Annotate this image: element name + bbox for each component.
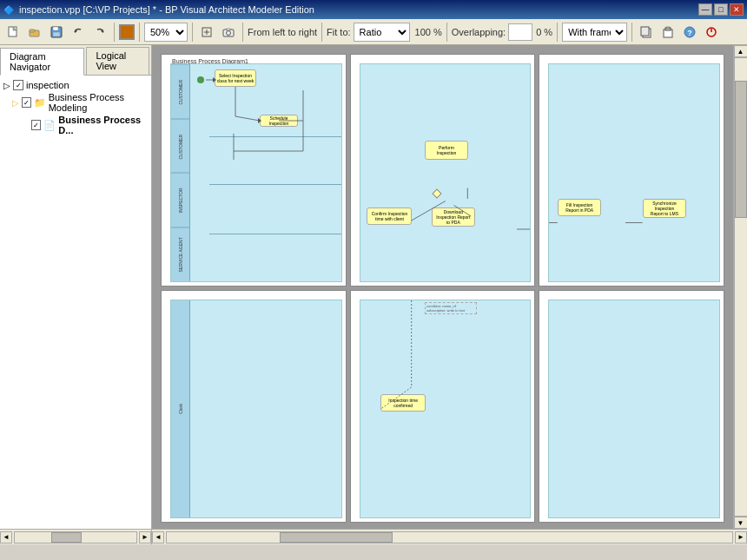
page4-lane-label: Clerk [178,404,183,414]
diagram-page-6 [539,290,724,523]
undo-button[interactable] [69,22,88,43]
diagram-page-2: PerformInspection Confirm Inspectiontime… [350,54,536,287]
page3-inner: Fill InspectionReport in PDA Synchronize… [548,63,720,282]
redo-icon [94,26,106,38]
v-scroll-up[interactable]: ▲ [734,45,748,57]
separator4 [242,23,243,42]
camera-button[interactable] [219,22,238,43]
new-button[interactable] [3,22,23,43]
tree-row-bpm[interactable]: ▷ ✓ 📁 Business Process Modeling [3,91,148,114]
main-layout: Diagram Navigator Logical View ▷ ✓ inspe… [0,45,747,544]
frame-dropdown[interactable]: With frame No frame [562,23,627,42]
fit-direction-label: From left to right [248,27,317,37]
paste-icon [662,26,674,38]
divider1 [209,136,341,137]
label-inspection: inspection [26,80,69,90]
left-panel-scrollbar: ◄ ► [0,529,151,544]
power-button[interactable] [702,22,721,43]
file-icon-bpd: 📄 [43,120,56,131]
tab-logical-view[interactable]: Logical View [86,47,149,75]
expand-icon-inspection: ▷ [3,81,10,90]
separator1 [114,23,115,42]
h-scrollbar[interactable] [166,531,733,544]
label-bpm: Business Process Modeling [49,92,148,113]
h-scrollbar-area: ◄ ► [152,529,747,544]
node-fill-report: Fill InspectionReport in PDA [558,199,601,216]
diagram-area[interactable]: Business Process Diagram1 CUSTOMER CUSTO… [152,45,733,529]
tab-bar: Diagram Navigator Logical View [0,45,151,76]
v-scroll-thumb [735,81,747,218]
svg-rect-19 [666,27,670,29]
help-button[interactable]: ? [680,22,699,43]
node-sync: SynchronizeInspectionReport to LMS [643,199,686,218]
copy-icon [640,26,652,38]
minimize-button[interactable]: — [698,3,712,16]
page5-arrows [360,300,531,517]
zoom-dropdown[interactable]: 50% 25% 75% 100% [144,23,188,42]
node-perform-inspection: PerformInspection [425,141,468,160]
copy-button[interactable] [637,22,656,43]
color-picker[interactable] [119,24,135,40]
lane-customer2: CUSTOMER [171,119,189,174]
title-bar: 🔷 inspection.vpp [C:\VP Projects] * - BP… [0,0,747,19]
separator8 [631,23,632,42]
tree-row-inspection[interactable]: ▷ ✓ inspection [3,79,148,91]
node-confirm: Confirm Inspectiontime with client [367,208,412,225]
checkbox-inspection[interactable]: ✓ [13,80,23,90]
left-panel: Diagram Navigator Logical View ▷ ✓ inspe… [0,45,152,544]
page5-inner: condition: name_ofsubscription: write to… [360,300,532,518]
open-button[interactable] [25,22,44,43]
ratio-dropdown[interactable]: Ratio Width Height Page [354,23,410,42]
left-scroll-thumb [51,532,82,543]
separator5 [321,23,322,42]
overlap-input[interactable] [508,23,532,41]
redo-button[interactable] [90,22,109,43]
save-button[interactable] [47,22,66,43]
fit-page-button[interactable] [197,22,216,43]
v-scroll-track[interactable] [734,57,748,517]
svg-rect-3 [30,30,35,32]
maximize-button[interactable]: □ [714,3,728,16]
paste-button[interactable] [658,22,678,43]
overlapping-label: Overlapping: [452,27,506,37]
lane-customer: CUSTOMER [171,64,189,119]
toolbar: 50% 25% 75% 100% From left to right Fit … [0,19,747,45]
diamond-p2 [432,188,441,198]
title-text: inspection.vpp [C:\VP Projects] * - BP V… [14,4,698,15]
page4-lane: Clerk [171,300,190,517]
overlap-percent: 0 % [536,27,552,37]
ratio-percent-label: 100 % [415,27,442,37]
new-icon [7,26,19,38]
tree-view: ▷ ✓ inspection ▷ ✓ 📁 Business Process Mo… [0,76,151,529]
page6-inner [548,300,720,518]
svg-line-27 [235,116,260,121]
node-select-inspection: Select Inspectionclass for next week [215,69,256,87]
h-scroll-left[interactable]: ◄ [152,531,164,544]
expand-icon-bpd: ▷ [22,121,29,130]
fit-page-icon [201,26,213,38]
diagram-page-5: condition: name_ofsubscription: write to… [350,290,536,523]
folder-icon-bpm: 📁 [34,97,46,109]
divider3 [209,234,341,234]
h-scroll-right[interactable]: ► [735,531,747,544]
swimlane-left: CUSTOMER CUSTOMER INSPECTOR SERVICE AGEN… [171,64,190,281]
app-icon: 🔷 [3,5,14,15]
checkbox-bpd[interactable]: ✓ [31,120,41,130]
left-h-scrollbar[interactable] [14,531,137,544]
divider2 [209,184,341,185]
checkbox-bpm[interactable]: ✓ [22,97,30,108]
diagram-arrows-p2 [360,64,531,281]
help-icon: ? [684,26,696,38]
power-icon [705,26,717,38]
left-scroll-right[interactable]: ► [139,531,151,544]
expand-icon-bpm: ▷ [12,98,19,108]
separator3 [192,23,193,42]
left-scroll-left[interactable]: ◄ [0,531,12,544]
close-button[interactable]: ✕ [730,3,744,16]
svg-rect-0 [9,27,17,36]
diagram-with-vscroll: Business Process Diagram1 CUSTOMER CUSTO… [152,45,747,529]
tree-row-bpd[interactable]: ▷ ✓ 📄 Business Process D... [3,114,148,136]
v-scroll-down[interactable]: ▼ [734,517,748,529]
diagram-page-4: Clerk [161,290,347,523]
tab-diagram-navigator[interactable]: Diagram Navigator [0,48,84,76]
